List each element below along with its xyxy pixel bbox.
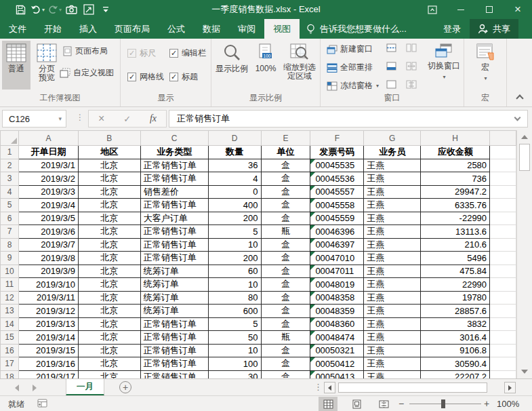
sheet-tab-january[interactable]: 一月 <box>66 379 104 396</box>
custom-qat-button[interactable] <box>80 1 97 18</box>
cell-A15[interactable]: 2019/3/14 <box>18 331 78 345</box>
cell-B17[interactable]: 北京 <box>78 357 140 371</box>
cell-H9[interactable]: 5496 <box>421 252 490 265</box>
tab-插入[interactable]: 插入 <box>70 19 106 39</box>
cell-partial[interactable] <box>490 185 516 199</box>
cell-E11[interactable]: 盒 <box>261 278 310 292</box>
cell-C2[interactable]: 正常销售订单 <box>140 159 208 172</box>
cell-A17[interactable]: 2019/3/16 <box>18 357 78 371</box>
cell-D14[interactable]: 5 <box>208 317 261 331</box>
cell-G3[interactable]: 王燕 <box>364 172 421 186</box>
cell-D15[interactable]: 50 <box>208 331 261 345</box>
cell-H3[interactable]: 736 <box>421 172 490 186</box>
row-header-17[interactable]: 17 <box>1 357 19 371</box>
cell-D7[interactable]: 5 <box>208 225 261 239</box>
cell-A1[interactable]: 开单日期 <box>18 146 78 159</box>
minimize-button[interactable] <box>447 0 475 19</box>
cell-F2[interactable]: 00045535 <box>310 159 364 172</box>
cell-B3[interactable]: 北京 <box>78 172 140 186</box>
cell-H17[interactable]: 30590.4 <box>421 357 490 371</box>
cell-F13[interactable]: 00048359 <box>310 305 364 318</box>
row-header-4[interactable]: 4 <box>1 185 19 199</box>
cell-A12[interactable]: 2019/3/11 <box>18 291 78 305</box>
cell-partial[interactable] <box>490 278 516 292</box>
cell-H15[interactable]: 3016.4 <box>421 331 490 345</box>
cell-A18[interactable]: 2019/3/17 <box>18 370 78 378</box>
cell-F18[interactable]: 00050413 <box>310 370 364 378</box>
cell-A6[interactable]: 2019/3/5 <box>18 212 78 225</box>
cell-C12[interactable]: 统筹订单 <box>140 291 208 305</box>
unhide-window-button[interactable] <box>386 80 396 89</box>
cell-F9[interactable]: 00047010 <box>310 252 364 265</box>
cell-G2[interactable]: 王燕 <box>364 159 421 172</box>
cell-H12[interactable]: 19780 <box>421 291 490 305</box>
cell-H13[interactable]: 28857.6 <box>421 305 490 318</box>
cell-B4[interactable]: 北京 <box>78 185 140 199</box>
tab-数据[interactable]: 数据 <box>194 19 229 39</box>
new-window-button[interactable]: 新建窗口 <box>327 43 373 55</box>
cell-B7[interactable]: 北京 <box>78 225 140 239</box>
cell-F5[interactable]: 00045558 <box>310 199 364 212</box>
cell-A4[interactable]: 2019/3/3 <box>18 185 78 199</box>
normal-view-button[interactable]: 普通 <box>2 41 30 90</box>
cell-D5[interactable]: 400 <box>208 199 261 212</box>
horizontal-scrollbar-thumb[interactable] <box>338 383 487 393</box>
cell-C4[interactable]: 销售差价 <box>140 185 208 199</box>
cell-A5[interactable]: 2019/3/4 <box>18 199 78 212</box>
save-button[interactable] <box>12 1 29 18</box>
cell-partial[interactable] <box>490 265 516 278</box>
tab-页面布局[interactable]: 页面布局 <box>106 19 159 39</box>
cancel-icon[interactable]: × <box>98 113 104 125</box>
undo-dropdown[interactable]: ▾ <box>42 7 45 13</box>
cell-partial[interactable] <box>490 291 516 305</box>
cell-G13[interactable]: 王燕 <box>364 305 421 318</box>
cell-D11[interactable]: 10 <box>208 278 261 292</box>
cell-B14[interactable]: 北京 <box>78 317 140 331</box>
insert-function-icon[interactable]: fx <box>150 113 157 124</box>
page-break-preview-button[interactable]: 分页预览 <box>33 41 61 90</box>
cell-F4[interactable]: 00045557 <box>310 185 364 199</box>
column-header-A[interactable]: A <box>18 131 78 146</box>
cell-G4[interactable]: 王燕 <box>364 185 421 199</box>
cell-A3[interactable]: 2019/3/2 <box>18 172 78 186</box>
row-header-1[interactable]: 1 <box>1 146 19 159</box>
customize-qat-dropdown[interactable] <box>97 1 114 18</box>
cell-B1[interactable]: 地区 <box>78 146 140 159</box>
tab-scroll-splitter[interactable]: ⋮ <box>314 382 323 392</box>
zoom-out-button[interactable]: − <box>398 398 404 409</box>
vertical-scrollbar-thumb[interactable] <box>519 144 530 171</box>
cell-E15[interactable]: 瓶 <box>261 331 310 345</box>
cell-A9[interactable]: 2019/3/8 <box>18 252 78 265</box>
tab-审阅[interactable]: 审阅 <box>229 19 264 39</box>
cell-B16[interactable]: 北京 <box>78 344 140 357</box>
cell-C13[interactable]: 统筹订单 <box>140 305 208 318</box>
row-header-16[interactable]: 16 <box>1 344 19 357</box>
cell-B9[interactable]: 北京 <box>78 252 140 265</box>
cell-C14[interactable]: 正常销售订单 <box>140 317 208 331</box>
tab-公式[interactable]: 公式 <box>159 19 194 39</box>
cell-C7[interactable]: 正常销售订单 <box>140 225 208 239</box>
scroll-down-button[interactable] <box>519 366 530 377</box>
tab-开始[interactable]: 开始 <box>35 19 70 39</box>
cell-B15[interactable]: 北京 <box>78 331 140 345</box>
cell-A13[interactable]: 2019/3/12 <box>18 305 78 318</box>
gridlines-checkbox[interactable]: ✓ 网格线 <box>127 71 164 83</box>
zoom-level-label[interactable]: 100% <box>497 399 519 409</box>
cell-partial[interactable] <box>490 225 516 239</box>
cell-F10[interactable]: 00047011 <box>310 265 364 278</box>
cell-D9[interactable]: 200 <box>208 252 261 265</box>
column-header-G[interactable]: G <box>364 131 421 146</box>
cell-partial[interactable] <box>490 172 516 186</box>
cell-E6[interactable]: 盒 <box>261 212 310 225</box>
cell-F15[interactable]: 00048474 <box>310 331 364 345</box>
worksheet-grid[interactable]: ABCDEFGH1开单日期地区业务类型数量单位发票号码业务员应收金额22019/… <box>0 130 516 378</box>
cell-G7[interactable]: 王燕 <box>364 225 421 239</box>
custom-views-button[interactable]: 自定义视图 <box>60 67 114 79</box>
cell-partial[interactable] <box>490 146 516 159</box>
name-box-dropdown-icon[interactable]: ▾ <box>58 115 62 122</box>
cell-E12[interactable]: 盒 <box>261 291 310 305</box>
cell-D17[interactable]: 100 <box>208 357 261 371</box>
cell-F7[interactable]: 00046396 <box>310 225 364 239</box>
cell-E4[interactable]: 盒 <box>261 185 310 199</box>
vertical-scrollbar[interactable] <box>516 130 532 378</box>
